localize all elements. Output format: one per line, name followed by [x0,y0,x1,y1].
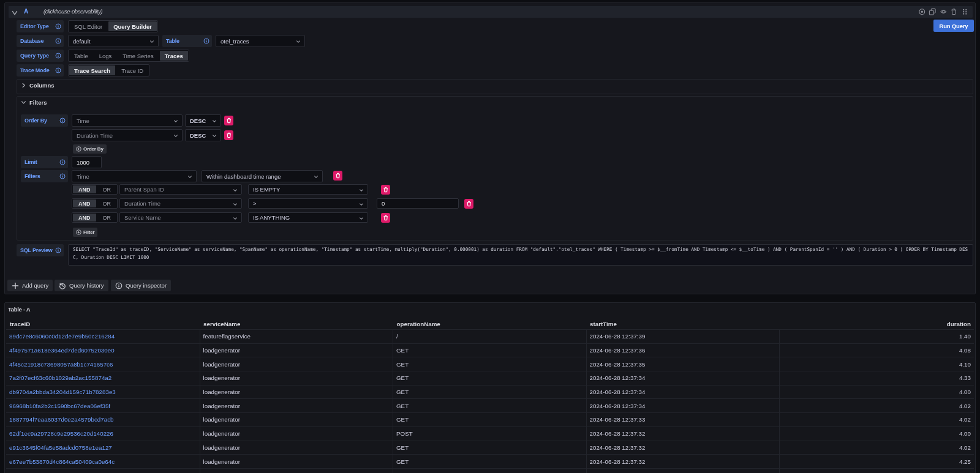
trace-link[interactable]: 62df1ec9a29728c9e29536c20d140226 [9,430,113,437]
remove-time-filter-button[interactable] [333,171,342,181]
condition-field-select-1[interactable]: Parent Span ID [119,184,242,195]
add-order-by-button[interactable]: Order By [73,144,107,154]
order-by-field-select-2[interactable]: Duration Time [72,129,183,141]
query-row-header[interactable]: A (clickhouse-observability) [9,6,973,18]
filters-section-header[interactable]: Filters [17,97,973,106]
hide-response-eye-icon[interactable] [939,8,948,17]
query-type-radio-group: Table Logs Time Series Traces [68,50,189,62]
filter-time-range-select[interactable]: Within dashboard time range [202,170,323,182]
condition-operator-select-3[interactable]: IS ANYTHING [248,212,368,223]
remove-order-by-button-2[interactable] [224,130,233,140]
remove-condition-button-1[interactable] [381,185,390,195]
query-type-logs[interactable]: Logs [94,51,117,61]
remove-query-trash-icon[interactable] [950,8,959,17]
col-header-starttime[interactable]: startTime [586,316,779,330]
condition-field-select-3[interactable]: Service Name [119,212,242,223]
order-by-direction-select-2[interactable]: DESC [185,129,221,141]
condition-operator-select-1[interactable]: IS EMPTY [248,184,368,195]
col-header-operationname[interactable]: operationName [393,316,587,330]
info-icon[interactable] [55,38,61,44]
trace-link[interactable]: 7a2f07ecf63c60b1029ab2ac155874a2 [9,374,111,381]
condition-or-2[interactable]: OR [97,199,117,207]
sql-preview-label: SQL Preview [17,244,64,256]
record-circle-icon[interactable] [918,8,926,17]
database-select[interactable]: default [68,35,159,47]
col-header-duration[interactable]: duration [779,316,974,330]
condition-and-3[interactable]: AND [73,214,96,222]
order-by-direction-select-1[interactable]: DESC [185,114,221,127]
editor-type-query-builder[interactable]: Query Builder [108,21,157,31]
trace-mode-trace-id[interactable]: Trace ID [116,65,148,75]
trace-link[interactable]: 4f497571a618e364ed7ded60752030e0 [9,347,115,354]
info-icon[interactable] [203,38,209,44]
table-row: 62df1ec9a29728c9e29536c20d140226 loadgen… [6,426,974,441]
drag-handle-icon[interactable] [960,8,969,17]
condition-bool-group-1: AND OR [72,184,118,195]
add-query-button[interactable]: Add query [7,280,53,291]
info-icon[interactable] [55,23,61,29]
filters-label: Filters [21,170,68,182]
history-icon [59,282,66,289]
columns-section-title: Columns [29,82,55,89]
filter-time-field-select[interactable]: Time [72,170,197,182]
info-icon[interactable] [55,53,61,59]
condition-or-1[interactable]: OR [97,185,117,193]
duplicate-query-icon[interactable] [929,8,937,17]
query-type-traces[interactable]: Traces [160,51,188,61]
limit-input[interactable]: 1000 [72,156,102,168]
sql-preview-box: SELECT "TraceId" as traceID, "ServiceNam… [68,244,973,266]
panel-title: Table - A [8,305,30,314]
trace-link[interactable]: 4f45c21918c73698057a8b1c741657c6 [9,361,113,368]
run-query-button[interactable]: Run Query [933,20,974,32]
query-type-label: Query Type [17,50,64,62]
condition-or-3[interactable]: OR [97,214,117,222]
database-label: Database [17,35,64,47]
condition-field-select-2[interactable]: Duration Time [119,198,242,209]
info-icon[interactable] [59,173,66,179]
trash-icon [383,215,389,221]
condition-operator-select-2[interactable]: > [248,198,368,209]
collapse-chevron-icon[interactable] [11,8,18,15]
limit-label: Limit [21,156,68,168]
col-header-servicename[interactable]: serviceName [200,316,393,330]
trace-link[interactable]: e67ee7b53870d4c864ca50409ca0e64c [9,458,115,465]
trace-link[interactable]: db9704a2bbda34204d159c71b78283e3 [9,389,116,395]
chevron-down-icon [233,187,238,192]
condition-bool-group-2: AND OR [72,198,118,209]
chevron-down-icon [212,118,217,123]
chevron-down-icon [212,133,217,138]
editor-type-sql-editor[interactable]: SQL Editor [69,21,107,31]
condition-and-2[interactable]: AND [73,199,96,207]
info-icon[interactable] [59,159,66,165]
chevron-down-icon [296,39,301,43]
trace-link[interactable]: e91c3645f04fa5e58adcd0758e1ea127 [9,444,112,451]
columns-section[interactable]: Columns [17,79,973,94]
add-filter-button[interactable]: Filter [73,228,97,237]
info-icon[interactable] [59,117,66,124]
table-row: e67ee7b53870d4c864ca50409ca0e64c loadgen… [6,455,974,469]
trace-link[interactable]: 89dc7e8c6060c0d12de7e9b50c216284 [9,333,115,340]
info-icon[interactable] [55,247,61,253]
remove-order-by-button-1[interactable] [224,116,233,125]
plus-circle-icon [76,146,81,152]
table-select[interactable]: otel_traces [216,35,305,47]
query-inspector-button[interactable]: Query inspector [111,280,171,291]
remove-condition-button-2[interactable] [464,199,473,209]
query-type-time-series[interactable]: Time Series [118,51,158,61]
table-header-row: traceID serviceName operationName startT… [6,316,974,330]
condition-and-1[interactable]: AND [73,185,96,193]
table-row: 7a2f07ecf63c60b1029ab2ac155874a2 loadgen… [6,371,974,385]
trace-link[interactable]: 1887794f7eaa6037d0e2a4579bcd7acb [9,416,114,423]
condition-value-input-2[interactable]: 0 [377,198,459,209]
col-header-traceid[interactable]: traceID [6,316,200,330]
remove-condition-button-3[interactable] [381,213,390,223]
query-history-button[interactable]: Query history [55,280,108,291]
info-icon[interactable] [55,67,61,73]
trace-link[interactable]: 96968b10fa2b2c1590bc67dea06ef35f [9,403,110,409]
chevron-down-icon [314,174,318,179]
trace-mode-trace-search[interactable]: Trace Search [69,65,115,75]
chevron-down-icon [233,215,238,220]
trash-icon [466,201,472,207]
query-type-table[interactable]: Table [69,51,93,61]
order-by-field-select-1[interactable]: Time [72,114,183,127]
